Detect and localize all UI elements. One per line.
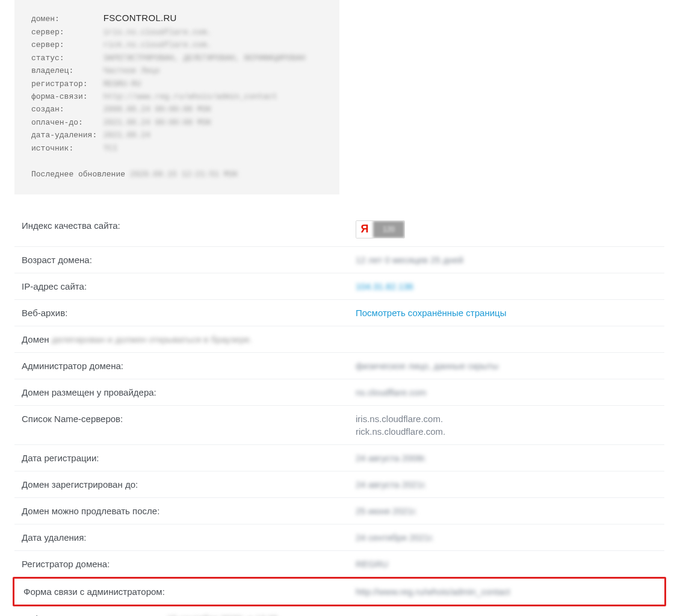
delegated-text: Домен делегирован и должен открываться в… xyxy=(22,334,252,344)
whois-value: REGRU-RU xyxy=(104,79,141,89)
value-provider: ns.cloudflare.com xyxy=(356,387,657,397)
row-age: Возраст домена: 12 лет 0 месяцев 25 дней xyxy=(14,247,664,273)
whois-row: оплачен-до: 2021.08.24 00:00:00 MSK xyxy=(31,116,323,129)
whois-footer-value: 2020.09.15 12:21:51 MSK xyxy=(130,170,238,179)
whois-key: сервер: xyxy=(31,26,99,39)
whois-key: создан: xyxy=(31,103,99,116)
whois-value: http://www.reg.ru/whois/admin_contact xyxy=(104,92,277,101)
whois-row: регистратор: REGRU-RU xyxy=(31,78,323,90)
whois-value: rick.ns.cloudflare.com. xyxy=(104,40,211,49)
whois-row: форма-связи: http://www.reg.ru/whois/adm… xyxy=(31,90,323,103)
whois-key: регистратор: xyxy=(31,78,99,90)
row-delegated: Домен делегирован и должен открываться в… xyxy=(14,326,664,353)
ns-entry-1: rick.ns.cloudflare.com. xyxy=(356,426,657,437)
value-ns: iris.ns.cloudflare.com. rick.ns.cloudfla… xyxy=(356,414,657,437)
whois-key: источник: xyxy=(31,142,99,155)
yandex-quality-badge[interactable]: Я 120 xyxy=(356,220,405,238)
whois-footer-label: Последнее обновление xyxy=(31,170,125,179)
label-admin: Администратор домена: xyxy=(22,361,356,371)
value-ip: 104.31.82.136 xyxy=(356,281,657,291)
label-provider: Домен размещен у провайдера: xyxy=(22,387,356,397)
info-received-prefix: Информация по домену получена xyxy=(22,614,165,616)
value-del-date: 24 сентября 2021г. xyxy=(356,532,657,543)
whois-rows: домен: FSCONTROL.RUсервер: iris.ns.cloud… xyxy=(31,11,323,155)
whois-key: оплачен-до: xyxy=(31,116,99,129)
whois-key: статус: xyxy=(31,52,99,64)
whois-key: сервер: xyxy=(31,39,99,51)
value-admin: физическое лицо, данные скрыты xyxy=(356,361,657,371)
delegated-prefix: Домен xyxy=(22,334,49,344)
row-provider: Домен размещен у провайдера: ns.cloudfla… xyxy=(14,379,664,406)
label-renew-after: Домен можно продлевать после: xyxy=(22,506,356,516)
whois-key: домен: xyxy=(31,13,99,25)
whois-value: iris.ns.cloudflare.com. xyxy=(104,28,211,37)
label-reg-until: Домен зарегистрирован до: xyxy=(22,479,356,490)
row-registrar: Регистратор домена: REGRU xyxy=(14,551,664,577)
whois-row: статус: ЗАРЕГИСТРИРОВАН, ДЕЛЕГИРОВАН, ВЕ… xyxy=(31,52,323,64)
info-received-text: Информация по домену получена 15 сентябр… xyxy=(22,614,278,616)
value-reg-until: 24 августа 2021г. xyxy=(356,479,657,490)
value-quality: Я 120 xyxy=(356,220,657,238)
whois-value: TCI xyxy=(104,144,117,153)
delegated-rest: делегирован и должен открываться в брауз… xyxy=(52,334,252,344)
whois-value: Частное Лицо xyxy=(104,66,160,75)
row-reg-date: Дата регистрации: 24 августа 2008г. xyxy=(14,445,664,471)
whois-footer: Последнее обновление 2020.09.15 12:21:51… xyxy=(31,168,323,181)
row-reg-until: Домен зарегистрирован до: 24 августа 202… xyxy=(14,471,664,498)
row-archive: Веб-архив: Посмотреть сохранённые страни… xyxy=(14,300,664,326)
whois-key: владелец: xyxy=(31,64,99,77)
whois-raw-panel: домен: FSCONTROL.RUсервер: iris.ns.cloud… xyxy=(14,0,339,194)
domain-info-table: Индекс качества сайта: Я 120 Возраст дом… xyxy=(14,213,664,616)
whois-row: дата-удаления: 2021.09.24 xyxy=(31,129,323,142)
yandex-quality-value: 120 xyxy=(373,221,404,238)
whois-row: источник: TCI xyxy=(31,142,323,155)
label-contact-form: Форма связи с администратором: xyxy=(23,586,356,597)
whois-row: владелец: Частное Лицо xyxy=(31,64,323,77)
whois-value: 2008.08.24 00:00:00 MSK xyxy=(104,105,211,114)
info-received-rest: 15 сентября 2020г. в 12:25 xyxy=(167,614,278,616)
label-quality: Индекс качества сайта: xyxy=(22,220,356,231)
value-renew-after: 25 июня 2021г. xyxy=(356,506,657,516)
whois-row: создан: 2008.08.24 00:00:00 MSK xyxy=(31,103,323,116)
value-contact-form: http://www.reg.ru/whois/admin_contact xyxy=(356,586,655,597)
whois-key: форма-связи: xyxy=(31,90,99,103)
whois-row: домен: FSCONTROL.RU xyxy=(31,11,323,26)
label-ip: IP-адрес сайта: xyxy=(22,281,356,291)
whois-key: дата-удаления: xyxy=(31,129,99,142)
label-del-date: Дата удаления: xyxy=(22,532,356,543)
ip-link[interactable]: 104.31.82.136 xyxy=(356,281,413,291)
value-age: 12 лет 0 месяцев 25 дней xyxy=(356,255,657,265)
archive-link[interactable]: Посмотреть сохранённые страницы xyxy=(356,308,506,318)
whois-value: 2021.09.24 xyxy=(104,131,150,140)
row-renew-after: Домен можно продлевать после: 25 июня 20… xyxy=(14,498,664,524)
whois-row: сервер: rick.ns.cloudflare.com. xyxy=(31,39,323,51)
row-info-received: Информация по домену получена 15 сентябр… xyxy=(14,606,664,616)
ns-entry-0: iris.ns.cloudflare.com. xyxy=(356,414,657,424)
label-reg-date: Дата регистрации: xyxy=(22,453,356,463)
whois-value: 2021.08.24 00:00:00 MSK xyxy=(104,118,211,127)
whois-row: сервер: iris.ns.cloudflare.com. xyxy=(31,26,323,39)
whois-value: FSCONTROL.RU xyxy=(104,13,177,23)
label-registrar: Регистратор домена: xyxy=(22,559,356,569)
row-contact-form-highlighted: Форма связи с администратором: http://ww… xyxy=(13,577,666,606)
value-reg-date: 24 августа 2008г. xyxy=(356,453,657,463)
row-admin: Администратор домена: физическое лицо, д… xyxy=(14,353,664,379)
whois-value: ЗАРЕГИСТРИРОВАН, ДЕЛЕГИРОВАН, ВЕРИФИЦИРО… xyxy=(104,54,305,63)
row-del-date: Дата удаления: 24 сентября 2021г. xyxy=(14,524,664,551)
yandex-logo-icon: Я xyxy=(356,221,373,238)
value-archive: Посмотреть сохранённые страницы xyxy=(356,308,657,318)
row-ns: Список Name-серверов: iris.ns.cloudflare… xyxy=(14,406,664,445)
label-archive: Веб-архив: xyxy=(22,308,356,318)
label-age: Возраст домена: xyxy=(22,255,356,265)
value-registrar: REGRU xyxy=(356,559,657,569)
label-ns: Список Name-серверов: xyxy=(22,414,356,424)
row-quality: Индекс качества сайта: Я 120 xyxy=(14,213,664,247)
row-ip: IP-адрес сайта: 104.31.82.136 xyxy=(14,273,664,300)
